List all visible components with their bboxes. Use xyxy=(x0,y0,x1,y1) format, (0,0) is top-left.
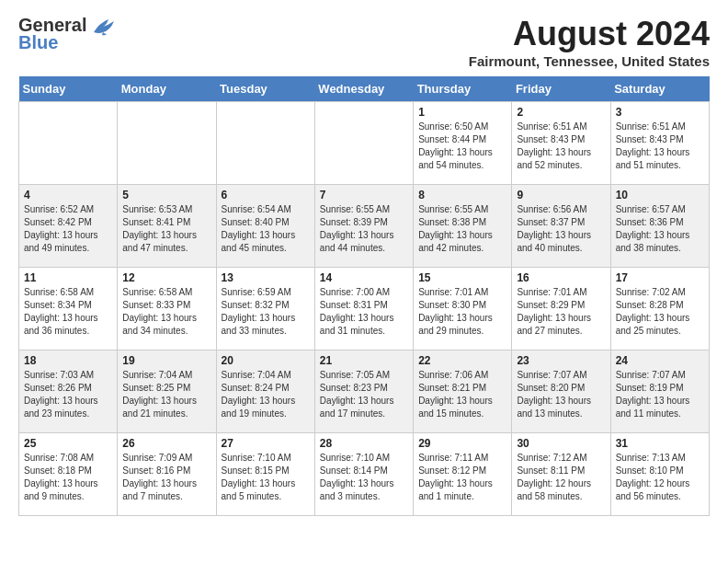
cell-content: Sunrise: 7:07 AM Sunset: 8:20 PM Dayligh… xyxy=(517,369,605,420)
day-header-thursday: Thursday xyxy=(414,76,512,102)
day-number: 21 xyxy=(320,354,408,367)
calendar-cell xyxy=(216,102,314,185)
day-number: 14 xyxy=(320,271,408,284)
day-number: 3 xyxy=(616,106,704,119)
day-number: 24 xyxy=(616,354,704,367)
day-header-friday: Friday xyxy=(512,76,610,102)
day-number: 30 xyxy=(517,437,605,450)
logo-blue-text: Blue xyxy=(18,32,58,53)
day-header-tuesday: Tuesday xyxy=(216,76,314,102)
calendar-cell: 6Sunrise: 6:54 AM Sunset: 8:40 PM Daylig… xyxy=(216,185,314,268)
month-title: August 2024 xyxy=(469,15,710,53)
calendar-cell: 2Sunrise: 6:51 AM Sunset: 8:43 PM Daylig… xyxy=(512,102,610,185)
day-number: 6 xyxy=(222,189,310,201)
week-row-1: 1Sunrise: 6:50 AM Sunset: 8:44 PM Daylig… xyxy=(19,102,710,185)
calendar-cell: 27Sunrise: 7:10 AM Sunset: 8:15 PM Dayli… xyxy=(216,433,314,516)
cell-content: Sunrise: 6:59 AM Sunset: 8:32 PM Dayligh… xyxy=(222,286,310,338)
day-header-saturday: Saturday xyxy=(610,76,709,102)
day-number: 26 xyxy=(122,437,210,450)
cell-content: Sunrise: 7:04 AM Sunset: 8:24 PM Dayligh… xyxy=(222,369,310,420)
calendar-cell: 21Sunrise: 7:05 AM Sunset: 8:23 PM Dayli… xyxy=(314,350,413,433)
logo-bird-icon xyxy=(90,16,116,36)
day-number: 20 xyxy=(222,354,310,367)
cell-content: Sunrise: 6:51 AM Sunset: 8:43 PM Dayligh… xyxy=(616,121,704,172)
week-row-4: 18Sunrise: 7:03 AM Sunset: 8:26 PM Dayli… xyxy=(19,350,710,433)
cell-content: Sunrise: 6:52 AM Sunset: 8:42 PM Dayligh… xyxy=(24,203,112,255)
cell-content: Sunrise: 7:13 AM Sunset: 8:10 PM Dayligh… xyxy=(616,452,704,503)
calendar-cell xyxy=(118,102,216,185)
cell-content: Sunrise: 6:58 AM Sunset: 8:34 PM Dayligh… xyxy=(24,286,112,338)
cell-content: Sunrise: 7:10 AM Sunset: 8:14 PM Dayligh… xyxy=(320,452,408,503)
day-header-sunday: Sunday xyxy=(19,76,118,102)
day-number: 15 xyxy=(418,271,506,284)
calendar-cell: 11Sunrise: 6:58 AM Sunset: 8:34 PM Dayli… xyxy=(19,268,118,350)
week-row-5: 25Sunrise: 7:08 AM Sunset: 8:18 PM Dayli… xyxy=(19,433,710,516)
cell-content: Sunrise: 7:06 AM Sunset: 8:21 PM Dayligh… xyxy=(418,369,506,420)
calendar-cell: 26Sunrise: 7:09 AM Sunset: 8:16 PM Dayli… xyxy=(118,433,216,516)
calendar-cell: 8Sunrise: 6:55 AM Sunset: 8:38 PM Daylig… xyxy=(414,185,512,268)
calendar-cell: 20Sunrise: 7:04 AM Sunset: 8:24 PM Dayli… xyxy=(216,350,314,433)
cell-content: Sunrise: 7:02 AM Sunset: 8:28 PM Dayligh… xyxy=(616,286,704,338)
calendar-cell: 4Sunrise: 6:52 AM Sunset: 8:42 PM Daylig… xyxy=(19,185,118,268)
cell-content: Sunrise: 7:01 AM Sunset: 8:30 PM Dayligh… xyxy=(418,286,506,338)
calendar-cell: 25Sunrise: 7:08 AM Sunset: 8:18 PM Dayli… xyxy=(19,433,118,516)
day-number: 10 xyxy=(616,189,704,201)
day-number: 1 xyxy=(418,106,506,119)
cell-content: Sunrise: 7:03 AM Sunset: 8:26 PM Dayligh… xyxy=(24,369,112,420)
calendar-cell: 22Sunrise: 7:06 AM Sunset: 8:21 PM Dayli… xyxy=(414,350,512,433)
cell-content: Sunrise: 6:58 AM Sunset: 8:33 PM Dayligh… xyxy=(122,286,210,338)
day-number: 9 xyxy=(517,189,605,201)
day-number: 23 xyxy=(517,354,605,367)
calendar-cell: 18Sunrise: 7:03 AM Sunset: 8:26 PM Dayli… xyxy=(19,350,118,433)
calendar-cell: 19Sunrise: 7:04 AM Sunset: 8:25 PM Dayli… xyxy=(118,350,216,433)
cell-content: Sunrise: 7:08 AM Sunset: 8:18 PM Dayligh… xyxy=(24,452,112,503)
calendar-cell: 5Sunrise: 6:53 AM Sunset: 8:41 PM Daylig… xyxy=(118,185,216,268)
calendar-cell: 1Sunrise: 6:50 AM Sunset: 8:44 PM Daylig… xyxy=(414,102,512,185)
cell-content: Sunrise: 7:04 AM Sunset: 8:25 PM Dayligh… xyxy=(122,369,210,420)
day-number: 4 xyxy=(24,189,112,201)
day-header-wednesday: Wednesday xyxy=(314,76,413,102)
cell-content: Sunrise: 7:12 AM Sunset: 8:11 PM Dayligh… xyxy=(517,452,605,503)
day-number: 8 xyxy=(418,189,506,201)
day-number: 25 xyxy=(24,437,112,450)
title-area: August 2024 Fairmount, Tennessee, United… xyxy=(469,15,710,69)
calendar-cell: 3Sunrise: 6:51 AM Sunset: 8:43 PM Daylig… xyxy=(610,102,709,185)
calendar-cell: 7Sunrise: 6:55 AM Sunset: 8:39 PM Daylig… xyxy=(314,185,413,268)
calendar-cell: 10Sunrise: 6:57 AM Sunset: 8:36 PM Dayli… xyxy=(610,185,709,268)
day-number: 13 xyxy=(222,271,310,284)
cell-content: Sunrise: 7:11 AM Sunset: 8:12 PM Dayligh… xyxy=(418,452,506,503)
day-number: 5 xyxy=(122,189,210,201)
calendar-cell: 9Sunrise: 6:56 AM Sunset: 8:37 PM Daylig… xyxy=(512,185,610,268)
page-header: General Blue August 2024 Fairmount, Tenn… xyxy=(18,15,710,69)
calendar-cell xyxy=(314,102,413,185)
week-row-3: 11Sunrise: 6:58 AM Sunset: 8:34 PM Dayli… xyxy=(19,268,710,350)
calendar-cell: 15Sunrise: 7:01 AM Sunset: 8:30 PM Dayli… xyxy=(414,268,512,350)
calendar-cell: 17Sunrise: 7:02 AM Sunset: 8:28 PM Dayli… xyxy=(610,268,709,350)
day-number: 27 xyxy=(222,437,310,450)
calendar-cell: 12Sunrise: 6:58 AM Sunset: 8:33 PM Dayli… xyxy=(118,268,216,350)
location-text: Fairmount, Tennessee, United States xyxy=(469,53,710,69)
day-number: 16 xyxy=(517,271,605,284)
cell-content: Sunrise: 6:51 AM Sunset: 8:43 PM Dayligh… xyxy=(517,121,605,172)
cell-content: Sunrise: 7:10 AM Sunset: 8:15 PM Dayligh… xyxy=(222,452,310,503)
day-number: 2 xyxy=(517,106,605,119)
day-number: 17 xyxy=(616,271,704,284)
calendar-cell: 30Sunrise: 7:12 AM Sunset: 8:11 PM Dayli… xyxy=(512,433,610,516)
cell-content: Sunrise: 6:54 AM Sunset: 8:40 PM Dayligh… xyxy=(222,203,310,255)
day-number: 19 xyxy=(122,354,210,367)
day-number: 12 xyxy=(122,271,210,284)
day-header-monday: Monday xyxy=(118,76,216,102)
cell-content: Sunrise: 6:56 AM Sunset: 8:37 PM Dayligh… xyxy=(517,203,605,255)
cell-content: Sunrise: 7:00 AM Sunset: 8:31 PM Dayligh… xyxy=(320,286,408,338)
cell-content: Sunrise: 6:55 AM Sunset: 8:39 PM Dayligh… xyxy=(320,203,408,255)
calendar-cell: 24Sunrise: 7:07 AM Sunset: 8:19 PM Dayli… xyxy=(610,350,709,433)
header-row: SundayMondayTuesdayWednesdayThursdayFrid… xyxy=(19,76,710,102)
calendar-cell xyxy=(19,102,118,185)
cell-content: Sunrise: 7:09 AM Sunset: 8:16 PM Dayligh… xyxy=(122,452,210,503)
cell-content: Sunrise: 7:07 AM Sunset: 8:19 PM Dayligh… xyxy=(616,369,704,420)
day-number: 28 xyxy=(320,437,408,450)
cell-content: Sunrise: 7:01 AM Sunset: 8:29 PM Dayligh… xyxy=(517,286,605,338)
day-number: 31 xyxy=(616,437,704,450)
calendar-cell: 29Sunrise: 7:11 AM Sunset: 8:12 PM Dayli… xyxy=(414,433,512,516)
calendar-table: SundayMondayTuesdayWednesdayThursdayFrid… xyxy=(18,76,710,516)
